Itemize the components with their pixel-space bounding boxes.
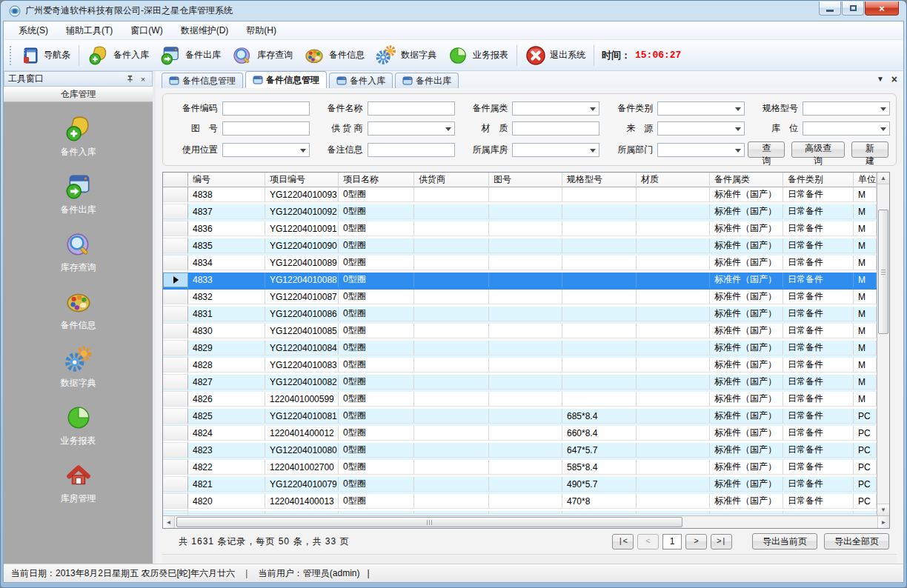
table-row[interactable]: 4821YG122040100790型圈490*5.7标准件（国产）日常备件PC [163, 477, 877, 494]
form-field-select[interactable] [512, 143, 599, 157]
grid-column-header[interactable]: 备件类别 [783, 173, 854, 186]
form-field-select[interactable] [222, 143, 310, 157]
toolbar-button-inventory-query[interactable]: 库存查询 [226, 42, 298, 69]
grid-column-header[interactable]: 单位 [854, 173, 877, 186]
table-row[interactable]: 4835YG122040100900型圈标准件（国产）日常备件M [163, 238, 877, 255]
toolbar-button-label: 备件入库 [113, 49, 149, 61]
sidebar-close-icon[interactable]: × [138, 74, 148, 84]
vertical-scrollbar[interactable]: ▲ ▼ [877, 173, 889, 515]
last-page-button[interactable]: >| [711, 534, 732, 549]
table-row[interactable]: 4832YG122040100870型圈标准件（国产）日常备件M [163, 290, 877, 307]
current-page-input[interactable]: 1 [662, 534, 682, 549]
tab-1[interactable]: 备件信息管理 [162, 73, 243, 88]
grid-column-header[interactable]: 规格型号 [562, 173, 637, 186]
table-row[interactable]: 4823YG122040100800型圈647*5.7标准件（国产）日常备件PC [163, 443, 877, 460]
sidebar-item-stock-in[interactable]: 备件入库 [61, 114, 96, 158]
toolbar-button-data-dict[interactable]: 数据字典 [370, 42, 442, 69]
table-row[interactable]: 4829YG122040100840型圈标准件（国产）日常备件M [163, 341, 877, 358]
close-button[interactable]: × [865, 1, 899, 16]
exit-icon [525, 45, 546, 66]
tab-3[interactable]: 备件入库 [329, 73, 393, 88]
grid-column-header[interactable]: 项目编号 [265, 173, 339, 186]
menu-item-4[interactable]: 数据维护(D) [172, 21, 238, 40]
form-field-input[interactable] [222, 101, 310, 116]
form-button-高级查询[interactable]: 高级查询 [791, 141, 845, 158]
form-field-input[interactable] [368, 143, 455, 157]
form-button-查询[interactable]: 查询 [748, 141, 785, 158]
form-field-select[interactable] [803, 121, 890, 136]
grid-column-header[interactable]: 项目名称 [339, 173, 414, 186]
prev-page-button[interactable]: < [637, 534, 659, 549]
sidebar-item-parts-info[interactable]: 备件信息 [61, 287, 96, 332]
toolbar-button-navbar[interactable]: 导航条 [16, 44, 76, 67]
scroll-down-icon[interactable]: ▼ [877, 504, 889, 515]
toolbar-button-parts-info[interactable]: 备件信息 [298, 42, 370, 69]
form-field-input[interactable] [368, 101, 455, 116]
first-page-button[interactable]: |< [612, 534, 634, 549]
toolbar-button-stock-in[interactable]: 备件入库 [82, 42, 154, 69]
table-cell: 490*5.7 [562, 477, 637, 492]
grid-column-header[interactable]: 供货商 [414, 173, 489, 186]
tab-4[interactable]: 备件出库 [395, 73, 459, 88]
table-row[interactable]: 4831YG122040100860型圈标准件（国产）日常备件M [163, 307, 877, 324]
next-page-button[interactable]: > [685, 534, 707, 549]
table-row[interactable]: 482412204014000120型圈660*8.4标准件（国产）日常备件PC [163, 426, 877, 443]
form-button-新建[interactable]: 新建 [851, 141, 888, 158]
scroll-right-icon[interactable]: ► [877, 516, 889, 528]
sidebar-item-data-dict[interactable]: 数据字典 [61, 345, 96, 390]
table-row[interactable]: 4837YG122040100920型圈标准件（国产）日常备件M [163, 204, 877, 221]
grid-column-header[interactable]: 图号 [489, 173, 562, 186]
toolbar-button-exit[interactable]: 退出系统 [520, 43, 591, 68]
form-field-select[interactable] [657, 101, 745, 116]
toolbar-button-report[interactable]: 业务报表 [442, 42, 514, 69]
form-field-input[interactable] [222, 121, 310, 136]
table-row[interactable]: 4825YG122040100810型圈685*8.4标准件（国产）日常备件PC [163, 409, 877, 426]
grid-column-header[interactable]: 材质 [637, 173, 710, 186]
pin-icon[interactable] [124, 74, 135, 84]
vertical-scroll-thumb[interactable] [878, 210, 888, 334]
sidebar-item-warehouse[interactable]: 库房管理 [61, 461, 96, 505]
sidebar-item-report[interactable]: 业务报表 [61, 403, 96, 447]
form-field-input[interactable] [512, 121, 599, 136]
chevron-down-icon[interactable]: ▼ [877, 76, 884, 83]
table-row[interactable]: 4827YG122040100820型圈标准件（国产）日常备件M [163, 375, 877, 392]
grid-column-header[interactable]: 编号 [188, 173, 265, 186]
form-field-select[interactable] [512, 101, 599, 116]
toolbar-button-stock-out[interactable]: 备件出库 [154, 42, 226, 69]
menu-item-5[interactable]: 帮助(H) [237, 21, 285, 40]
minimize-button[interactable] [819, 1, 841, 16]
table-row[interactable]: 482212204010027000型圈585*8.4标准件（国产）日常备件PC [163, 460, 877, 477]
toolbar-grip[interactable] [9, 45, 12, 66]
sidebar-group-header[interactable]: 仓库管理 [4, 87, 153, 102]
row-indicator-cell [163, 255, 188, 270]
tabstrip-close-icon[interactable]: × [891, 74, 897, 84]
form-field-select[interactable] [657, 121, 745, 136]
form-field-select[interactable] [657, 143, 745, 157]
menu-item-2[interactable]: 辅助工具(T) [57, 21, 122, 40]
tab-2-active[interactable]: 备件信息管理 [245, 71, 327, 88]
scroll-left-icon[interactable]: ◄ [163, 516, 175, 528]
table-row[interactable]: 4838YG122040100930型圈标准件（国产）日常备件M [163, 187, 877, 204]
horizontal-scroll-thumb[interactable] [176, 517, 682, 527]
menu-item-1[interactable]: 系统(S) [10, 21, 57, 40]
form-field-select[interactable] [803, 101, 890, 116]
table-row[interactable]: 4836YG122040100910型圈标准件（国产）日常备件M [163, 221, 877, 238]
scroll-up-icon[interactable]: ▲ [877, 173, 889, 184]
table-row[interactable]: 4830YG122040100850型圈标准件（国产）日常备件M [163, 324, 877, 341]
table-row[interactable]: 4834YG122040100890型圈标准件（国产）日常备件M [163, 255, 877, 273]
maximize-button[interactable] [842, 1, 864, 16]
sidebar-item-inventory-query[interactable]: 库存查询 [61, 230, 96, 274]
menu-item-3[interactable]: 窗口(W) [122, 21, 171, 40]
grid-column-header[interactable]: 备件属类 [710, 173, 783, 186]
export-all-pages-button[interactable]: 导出全部页 [824, 533, 889, 549]
export-current-page-button[interactable]: 导出当前页 [752, 533, 817, 549]
table-row[interactable]: 482612204010005990型圈标准件（国产）日常备件M [163, 392, 877, 409]
form-field-select[interactable] [368, 121, 455, 136]
horizontal-scrollbar[interactable]: ◄ ► [163, 515, 889, 528]
table-row[interactable]: 482012204014000130型圈470*8标准件（国产）日常备件PC [163, 494, 877, 511]
table-row[interactable]: 4828YG122040100830型圈标准件（国产）日常备件M [163, 358, 877, 375]
horizontal-scroll-track[interactable] [175, 516, 877, 528]
table-row[interactable]: 4833YG122040100880型圈标准件（国产）日常备件M [163, 273, 877, 290]
sidebar-item-stock-out[interactable]: 备件出库 [61, 172, 96, 216]
tab-window-icon [402, 76, 413, 86]
